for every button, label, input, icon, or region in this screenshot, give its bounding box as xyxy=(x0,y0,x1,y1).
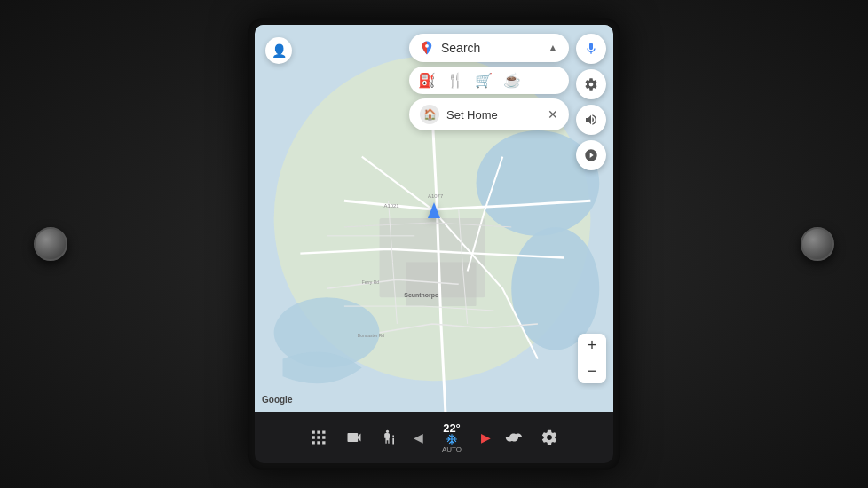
restaurant-icon[interactable]: 🍴 xyxy=(446,72,464,89)
map-screen[interactable]: A1021 A1077 Scunthorpe Ferry Rd Doncaste… xyxy=(255,25,613,412)
search-label: Search xyxy=(441,41,542,55)
svg-text:Ferry Rd: Ferry Rd xyxy=(362,280,379,285)
gas-station-icon[interactable]: ⛽ xyxy=(418,72,436,89)
left-knob[interactable] xyxy=(34,227,67,261)
svg-text:A1077: A1077 xyxy=(428,193,443,199)
zoom-out-button[interactable]: − xyxy=(578,358,606,383)
svg-text:Scunthorpe: Scunthorpe xyxy=(404,292,438,299)
fan-button[interactable] xyxy=(498,421,530,453)
apps-button[interactable] xyxy=(303,421,335,453)
car-surround: A1021 A1077 Scunthorpe Ferry Rd Doncaste… xyxy=(0,0,868,488)
profile-button[interactable] xyxy=(576,140,606,170)
temperature-display: 22° AUTO xyxy=(430,421,473,453)
category-row: ⛽ 🍴 🛒 ☕ xyxy=(409,67,569,94)
bottom-bar: ◀ 22° AUTO ▶ xyxy=(255,412,613,463)
snowflake-icon xyxy=(446,433,458,445)
svg-point-12 xyxy=(425,44,429,48)
svg-text:A1021: A1021 xyxy=(384,203,400,209)
temp-up-button[interactable]: ▶ xyxy=(477,421,494,453)
bottom-settings-button[interactable] xyxy=(533,421,565,453)
person-icon: 👤 xyxy=(272,43,287,58)
zoom-in-button[interactable]: + xyxy=(578,334,606,358)
seat-button[interactable] xyxy=(374,421,406,453)
screen-bezel: A1021 A1077 Scunthorpe Ferry Rd Doncaste… xyxy=(248,18,620,470)
temp-down-button[interactable]: ◀ xyxy=(409,421,427,453)
google-watermark: Google xyxy=(262,395,292,405)
mic-button[interactable] xyxy=(576,34,606,64)
zoom-buttons: + − xyxy=(578,334,606,383)
home-icon-circle: 🏠 xyxy=(420,105,439,124)
search-panel: Search ▲ ⛽ 🍴 🛒 ☕ 🏠 Set Home ✕ xyxy=(409,34,569,130)
side-buttons-col xyxy=(576,34,606,170)
set-home-label[interactable]: Set Home xyxy=(446,108,541,122)
location-arrow xyxy=(428,202,440,218)
map-settings-button[interactable] xyxy=(576,69,606,99)
map-location-button[interactable]: 👤 xyxy=(265,37,292,64)
shopping-icon[interactable]: 🛒 xyxy=(475,72,493,89)
camera-button[interactable] xyxy=(338,421,370,453)
svg-text:Doncaster Rd: Doncaster Rd xyxy=(358,334,384,338)
right-knob[interactable] xyxy=(801,227,834,261)
chevron-up-icon[interactable]: ▲ xyxy=(548,42,558,54)
google-maps-icon xyxy=(418,39,436,57)
auto-label: AUTO xyxy=(442,445,462,453)
set-home-close-button[interactable]: ✕ xyxy=(548,107,558,122)
set-home-row: 🏠 Set Home ✕ xyxy=(409,98,569,130)
search-bar[interactable]: Search ▲ xyxy=(409,34,569,62)
coffee-icon[interactable]: ☕ xyxy=(503,72,521,89)
home-icon: 🏠 xyxy=(423,108,437,121)
volume-button[interactable] xyxy=(576,105,606,135)
